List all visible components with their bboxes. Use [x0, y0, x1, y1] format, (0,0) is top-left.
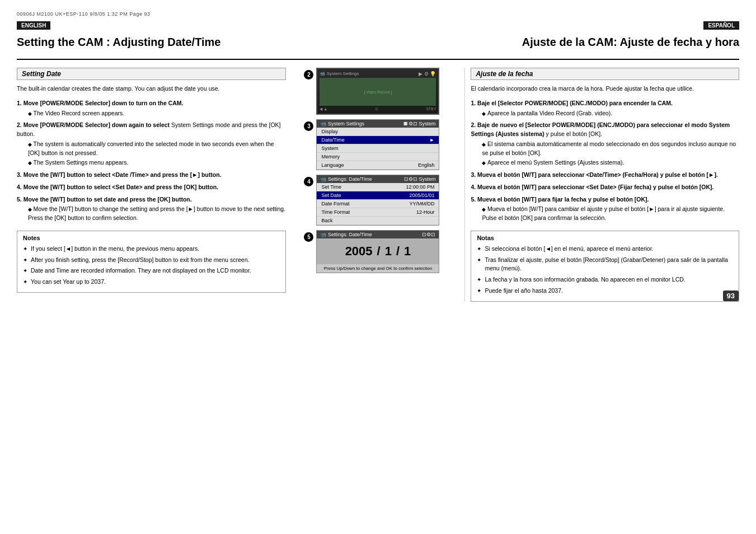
- steps-list-right: 1. Baje el [Selector POWER/MODE] (ENC./M…: [471, 99, 739, 223]
- screen-3: 4 📹 Settings: Date/Time ⊡⚙⊡ System Set T…: [316, 175, 439, 226]
- note-1-right: Si selecciona el botón [◄] en el menú, a…: [477, 245, 733, 254]
- screen-1: 2 📹 System Settings ▶ ⚙ 💡 [ Video Record…: [316, 68, 439, 115]
- step-num: 2.: [17, 121, 24, 128]
- notes-box-right: Notas Si selecciona el botón [◄] en el m…: [471, 231, 739, 302]
- step-bullet: Move the [W/T] button to change the sett…: [17, 205, 286, 223]
- sys-menu-screen: 📹 System Settings 🔲⚙⊡ System Display Dat…: [316, 119, 439, 170]
- screenshots-col: 2 📹 System Settings ▶ ⚙ 💡 [ Video Record…: [292, 68, 465, 302]
- page-title-right: Ajuste de la CAM: Ajuste de fecha y hora: [389, 35, 740, 49]
- step-bullet: Mueva el botón [W/T] para cambiar el aju…: [471, 205, 739, 223]
- right-content: Ajuste de la fecha El calendario incorpo…: [464, 68, 739, 302]
- step-2-right: 2. Baje de nuevo el [Selector POWER/MODE…: [471, 121, 739, 167]
- notes-box-left: Notes If you select [◄] button in the me…: [17, 231, 286, 293]
- dt-row-timeformat: Time Format12-Hour: [317, 208, 439, 217]
- section-header-right: Ajuste de la fecha: [471, 68, 739, 80]
- step-text: Move the [W/T] button to set date and pr…: [24, 196, 192, 203]
- step-text: Baje de nuevo el [Selector POWER/MODE] (…: [471, 121, 730, 137]
- notes-title-right: Notas: [477, 235, 733, 241]
- step-3-left: 3. Move the [W/T] button to select <Date…: [17, 171, 286, 180]
- date-month: 1: [385, 244, 392, 259]
- date-sep2: /: [396, 244, 400, 259]
- screen-2: 3 📹 System Settings 🔲⚙⊡ System Display D…: [316, 119, 439, 170]
- step-bullet: El sistema cambia automáticamente al mod…: [471, 140, 739, 158]
- step-num: 1.: [17, 100, 24, 106]
- english-badge: ENGLISH: [17, 21, 50, 30]
- main-content: Setting Date The built-in calendar creat…: [17, 68, 739, 302]
- step-2-left: 2. Move [POWER/MODE Selector] down again…: [17, 121, 286, 167]
- step-bullet: The System Settings menu appears.: [17, 158, 286, 167]
- step-num: 5.: [471, 196, 477, 203]
- note-1-left: If you select [◄] button in the menu, th…: [23, 245, 280, 254]
- step-5-left: 5. Move the [W/T] button to set date and…: [17, 195, 286, 223]
- step-1-right: 1. Baje el [Selector POWER/MODE] (ENC./M…: [471, 99, 739, 118]
- note-2-right: Tras finalizar el ajuste, pulse el botón…: [477, 256, 733, 274]
- step-4-right: 4. Mueva el botón [W/T] para seleccionar…: [471, 183, 739, 192]
- step-bullet: The system is automatically converted in…: [17, 140, 286, 158]
- menu-row-display: Display: [317, 128, 439, 136]
- date-sep1: /: [377, 244, 381, 259]
- date-year: 2005: [345, 244, 373, 259]
- page-container: 00906J M2100 UK+ESP-110 9/8/05 1:32 PM P…: [0, 0, 756, 534]
- steps-list-left: 1. Move [POWER/MODE Selector] down to tu…: [17, 99, 286, 223]
- cam-screen-1: 📹 System Settings ▶ ⚙ 💡 [ Video Record ]…: [316, 68, 439, 115]
- step-5-right: 5. Mueva el botón [W/T] para fijar la fe…: [471, 195, 739, 223]
- dt-row-back: Back: [317, 217, 439, 225]
- menu-row-system: System: [317, 144, 439, 153]
- left-content: Setting Date The built-in calendar creat…: [17, 68, 292, 302]
- dt-row-setdate: Set Date2005/01/01: [317, 191, 439, 200]
- note-4-right: Puede fijar el año hasta 2037.: [477, 287, 733, 296]
- dt-screen: 📹 Settings: Date/Time ⊡⚙⊡ System Set Tim…: [316, 175, 439, 226]
- screenshots-container: 2 📹 System Settings ▶ ⚙ 💡 [ Video Record…: [296, 68, 461, 273]
- intro-text-right: El calendario incorporado crea la marca …: [471, 85, 739, 93]
- step-1-left: 1. Move [POWER/MODE Selector] down to tu…: [17, 99, 286, 118]
- print-meta: 00906J M2100 UK+ESP-110 9/8/05 1:32 PM P…: [17, 11, 739, 17]
- step-text: Move the [W/T] button to select <Set Dat…: [24, 184, 218, 190]
- dt-row-dateformat: Date FormatYY/MM/DD: [317, 200, 439, 208]
- note-3-left: Date and Time are recorded information. …: [23, 266, 280, 275]
- step-text: Mueva el botón [W/T] para fijar la fecha…: [477, 196, 649, 203]
- page-number: 93: [723, 291, 739, 301]
- step-text: Move [POWER/MODE Selector] down to turn …: [24, 100, 184, 106]
- menu-row-memory: Memory: [317, 153, 439, 161]
- screen-label-3: 4: [304, 177, 313, 186]
- step-text: Mueva el botón [W/T] para seleccionar <S…: [477, 184, 713, 190]
- step-num: 5.: [17, 196, 24, 203]
- menu-row-language: Language English: [317, 161, 439, 170]
- section-header-left: Setting Date: [17, 68, 286, 80]
- screen-label-4: 5: [304, 232, 313, 242]
- note-4-left: You can set Year up to 2037.: [23, 278, 280, 287]
- step-num: 3.: [17, 171, 24, 178]
- screen-label-2: 3: [304, 121, 313, 131]
- screen-4: 5 📹 Settings: Date/Time ⊡⚙⊡ 2005 / 1 / 1: [316, 230, 439, 273]
- step-text: Move the [W/T] button to select <Date /T…: [24, 171, 222, 178]
- menu-row-datetime: Date/Time ►: [317, 136, 439, 144]
- step-num: 4.: [17, 184, 24, 190]
- date-hint: Press Up/Down to change and OK to confir…: [317, 264, 439, 273]
- screen-label-1: 2: [304, 70, 313, 79]
- step-num: 1.: [471, 100, 477, 106]
- date-day: 1: [404, 244, 411, 259]
- step-3-right: 3. Mueva el botón [W/T] para seleccionar…: [471, 171, 739, 180]
- dt-row-settime: Set Time12:00:00 PM: [317, 183, 439, 191]
- note-2-left: After you finish setting, press the [Rec…: [23, 256, 280, 265]
- note-3-right: La fecha y la hora son información graba…: [477, 275, 733, 284]
- big-date-screen: 📹 Settings: Date/Time ⊡⚙⊡ 2005 / 1 / 1 P…: [316, 230, 439, 273]
- intro-text-left: The built-in calendar creates the date s…: [17, 85, 286, 93]
- big-date-body: 2005 / 1 / 1: [317, 238, 439, 264]
- step-text: Move [POWER/MODE Selector] down again to…: [24, 121, 170, 128]
- step-text: Baje el [Selector POWER/MODE] (ENC./MODO…: [477, 100, 673, 106]
- step-num: 2.: [471, 121, 477, 128]
- step-num: 3.: [471, 171, 477, 178]
- step-bullet: The Video Record screen appears.: [17, 109, 286, 118]
- step-num: 4.: [471, 184, 477, 190]
- step-4-left: 4. Move the [W/T] button to select <Set …: [17, 183, 286, 192]
- page-title-left: Setting the CAM : Adjusting Date/Time: [17, 35, 367, 49]
- step-bullet: Aparece la pantalla Video Record (Grab. …: [471, 109, 739, 118]
- espanol-badge: ESPAÑOL: [703, 21, 739, 30]
- step-text: Mueva el botón [W/T] para seleccionar <D…: [477, 171, 718, 178]
- step-bullet: Aparece el menú System Settings (Ajustes…: [471, 158, 739, 167]
- notes-title-left: Notes: [23, 235, 280, 241]
